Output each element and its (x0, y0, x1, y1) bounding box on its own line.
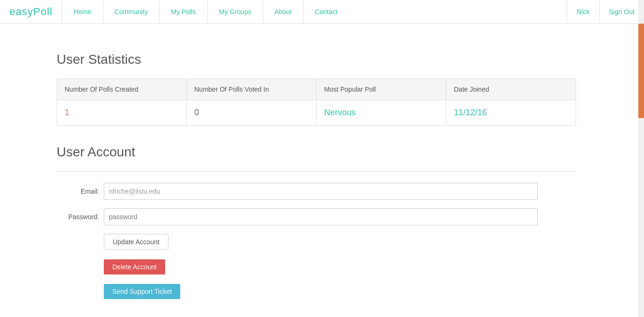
navbar: easyPoll Home Community My Polls My Grou… (0, 0, 644, 24)
stat-header-polls-created: Number Of Polls Created (57, 79, 186, 100)
scrollbar-thumb[interactable] (638, 24, 644, 118)
stat-value-polls-created: 1 (57, 100, 186, 125)
stat-value-polls-voted: 0 (187, 100, 316, 125)
buttons-section: Update Account Delete Account Send Suppo… (104, 234, 576, 305)
nav-signout[interactable]: Sign Out (599, 0, 644, 23)
scrollbar[interactable] (638, 0, 644, 317)
statistics-title: User Statistics (57, 52, 576, 67)
email-row: Email: (57, 183, 576, 200)
stat-card-popular-poll: Most Popular Poll Nervous (316, 78, 446, 126)
stats-grid: Number Of Polls Created 1 Number Of Poll… (57, 78, 576, 126)
logo: easyPoll (0, 6, 62, 18)
stat-header-polls-voted: Number Of Polls Voted In (187, 79, 316, 100)
stat-header-date-joined: Date Joined (446, 79, 576, 100)
logo-prefix: easy (9, 6, 33, 17)
stat-card-polls-created: Number Of Polls Created 1 (57, 78, 187, 126)
email-label: Email: (57, 188, 99, 195)
send-support-ticket-button[interactable]: Send Support Ticket (104, 284, 180, 299)
nav-my-groups[interactable]: My Groups (207, 0, 262, 23)
stat-value-date-joined: 11/12/16 (446, 100, 576, 125)
stat-card-date-joined: Date Joined 11/12/16 (446, 78, 576, 126)
password-label: Password: (57, 213, 99, 221)
nav-about[interactable]: About (263, 0, 303, 23)
nav-right: Nick Sign Out (567, 0, 644, 23)
update-account-button[interactable]: Update Account (104, 234, 168, 250)
main-content: User Statistics Number Of Polls Created … (0, 24, 632, 317)
logo-suffix: Poll (33, 6, 52, 17)
password-input[interactable] (104, 208, 538, 225)
nav-links: Home Community My Polls My Groups About … (62, 0, 567, 23)
account-title: User Account (57, 145, 576, 160)
stat-card-polls-voted: Number Of Polls Voted In 0 (186, 78, 317, 126)
account-section: User Account Email: Password: Update Acc… (57, 145, 576, 305)
stat-value-popular-poll: Nervous (317, 100, 446, 125)
delete-account-button[interactable]: Delete Account (104, 259, 165, 274)
account-divider (57, 171, 576, 171)
stat-header-popular-poll: Most Popular Poll (317, 79, 446, 100)
nav-my-polls[interactable]: My Polls (159, 0, 207, 23)
nav-username: Nick (567, 0, 599, 23)
email-input[interactable] (104, 183, 538, 200)
nav-community[interactable]: Community (103, 0, 159, 23)
password-row: Password: (57, 208, 576, 225)
nav-home[interactable]: Home (62, 0, 102, 23)
nav-contact[interactable]: Contact (303, 0, 349, 23)
